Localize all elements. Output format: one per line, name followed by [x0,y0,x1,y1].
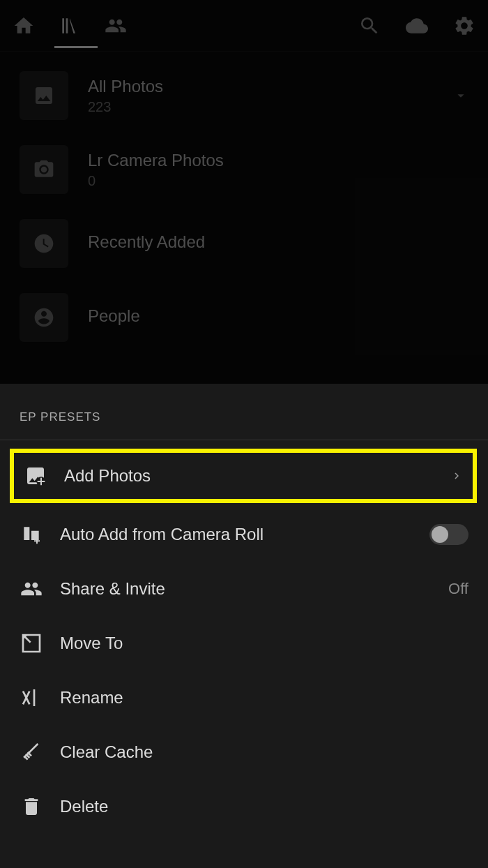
menu-move-to[interactable]: Move To [0,616,488,671]
collection-title: All Photos [88,77,434,96]
collection-title: People [88,306,468,326]
collection-all-photos[interactable]: All Photos 223 [20,71,468,120]
menu-label: Clear Cache [60,742,468,762]
add-photo-icon [24,464,47,488]
sheet-title: EP PRESETS [0,384,488,440]
people-tab-icon[interactable] [105,15,127,37]
rename-icon [20,686,43,710]
share-status: Off [448,580,468,598]
top-navigation-bar [0,0,488,52]
settings-icon[interactable] [453,15,475,37]
menu-delete[interactable]: Delete [0,779,488,834]
menu-share-invite[interactable]: Share & Invite Off [0,562,488,616]
library-collections-list: All Photos 223 Lr Camera Photos 0 Recent… [0,52,488,342]
menu-label: Auto Add from Camera Roll [60,525,413,544]
camera-icon [33,158,55,181]
menu-rename[interactable]: Rename [0,671,488,725]
menu-add-photos[interactable]: Add Photos [10,449,477,503]
auto-add-toggle[interactable] [429,524,468,545]
collection-title: Recently Added [88,232,468,252]
move-icon [20,631,43,655]
person-icon [33,306,55,329]
collection-count: 223 [88,99,434,115]
collection-count: 0 [88,173,468,189]
collection-people[interactable]: People [20,293,468,342]
home-icon[interactable] [13,15,35,37]
trash-icon [20,795,43,818]
chevron-down-icon [453,88,468,103]
album-options-sheet: EP PRESETS Add Photos Auto Add from Came… [0,384,488,868]
menu-label: Move To [60,634,468,653]
svg-point-0 [41,167,47,173]
active-tab-indicator [54,46,98,48]
chevron-right-icon [450,470,463,482]
menu-label: Share & Invite [60,579,432,599]
search-icon[interactable] [358,15,381,37]
collection-recently-added[interactable]: Recently Added [20,219,468,268]
menu-clear-cache[interactable]: Clear Cache [0,725,488,779]
auto-add-icon [20,523,43,546]
menu-label: Rename [60,688,468,708]
cloud-icon[interactable] [406,15,428,37]
menu-auto-add[interactable]: Auto Add from Camera Roll [0,507,488,562]
broom-icon [20,740,43,764]
collection-lr-camera[interactable]: Lr Camera Photos 0 [20,145,468,194]
people-icon [20,577,43,601]
clock-icon [33,232,55,255]
image-icon [33,84,55,107]
menu-label: Delete [60,797,468,816]
menu-label: Add Photos [64,466,434,486]
library-icon[interactable] [59,15,81,37]
collection-title: Lr Camera Photos [88,151,468,170]
